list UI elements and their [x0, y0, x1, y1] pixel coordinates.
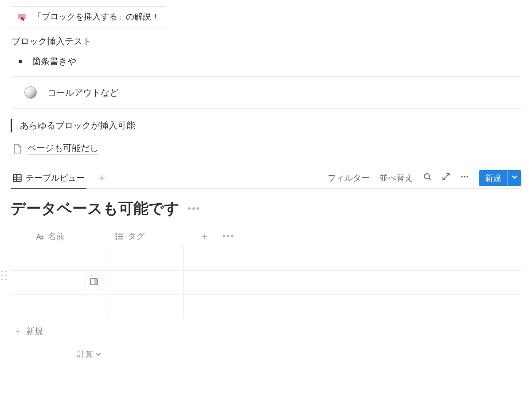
svg-point-10: [466, 176, 468, 178]
add-view-button[interactable]: +: [96, 173, 108, 183]
table-header-row: 名前 タグ + •••: [11, 227, 521, 246]
svg-point-17: [116, 238, 117, 239]
database-title-row: データベースも可能です •••: [11, 198, 521, 219]
add-column-button[interactable]: +: [201, 231, 207, 242]
callout-emoji-icon[interactable]: [24, 86, 37, 99]
filter-button[interactable]: フィルター: [328, 172, 370, 183]
page-link-block[interactable]: 「ブロックを挿入する」の解説！: [11, 6, 167, 27]
table-row[interactable]: [11, 246, 521, 271]
chevron-down-icon: [96, 350, 101, 359]
tab-table-view[interactable]: テーブルビュー: [11, 167, 86, 188]
table-icon: [12, 173, 22, 183]
svg-point-4: [424, 174, 430, 179]
cell-name[interactable]: [11, 246, 106, 270]
new-button-label: 新規: [479, 170, 507, 186]
cell-rest: [184, 246, 521, 270]
table-calc-row: 計算: [11, 343, 521, 365]
callout-text: コールアウトなど: [47, 87, 118, 99]
svg-rect-20: [94, 279, 98, 285]
open-side-peek-button[interactable]: [86, 275, 102, 290]
column-header-tag[interactable]: タグ: [106, 231, 184, 242]
cell-tag[interactable]: [106, 271, 184, 294]
cell-tag[interactable]: [106, 246, 184, 270]
quote-block[interactable]: あらゆるブロックが挿入可能: [11, 119, 521, 132]
new-button-dropdown[interactable]: [507, 170, 521, 186]
callout-block[interactable]: コールアウトなど: [11, 76, 521, 109]
expand-icon: [442, 172, 450, 183]
cell-rest: [184, 295, 521, 319]
search-icon: [423, 172, 432, 183]
svg-line-5: [429, 178, 431, 180]
subpage-text: ページも可能だし: [27, 142, 98, 155]
more-icon: [460, 172, 469, 183]
svg-point-15: [116, 236, 117, 236]
svg-point-13: [116, 233, 117, 234]
cell-tag[interactable]: [106, 295, 184, 319]
subpage-link[interactable]: ページも可能だし: [12, 142, 521, 155]
bullet-item[interactable]: 箇条書きや: [19, 55, 521, 67]
chevron-down-icon: [512, 173, 518, 182]
column-name-label: 名前: [48, 231, 65, 242]
table-row[interactable]: [11, 295, 521, 319]
calc-cell[interactable]: 計算: [11, 349, 106, 360]
page-link-text: 「ブロックを挿入する」の解説！: [33, 11, 160, 23]
drag-handle-icon[interactable]: [1, 271, 7, 281]
database-views-bar: テーブルビュー + フィルター 並べ替え 新規: [11, 167, 521, 189]
paragraph[interactable]: ブロック挿入テスト: [12, 35, 521, 47]
multiselect-property-icon: [114, 232, 124, 241]
bullet-dot-icon: [19, 60, 22, 63]
columns-more-button[interactable]: •••: [223, 231, 235, 241]
sort-button[interactable]: 並べ替え: [379, 172, 413, 183]
search-button[interactable]: [423, 172, 432, 183]
database-title-more[interactable]: •••: [188, 203, 200, 214]
cell-name[interactable]: [11, 295, 106, 319]
cell-name[interactable]: [11, 271, 106, 294]
cursor-click-icon: [16, 12, 28, 22]
svg-rect-0: [13, 174, 21, 181]
tab-label: テーブルビュー: [26, 172, 85, 184]
title-property-icon: [35, 232, 44, 241]
table-row[interactable]: [11, 271, 521, 295]
plus-icon: +: [15, 326, 21, 336]
cell-rest: [184, 271, 521, 294]
column-tag-label: タグ: [128, 231, 145, 242]
svg-point-9: [464, 176, 466, 178]
expand-button[interactable]: [442, 172, 450, 183]
database-table: 名前 タグ + •••: [11, 227, 521, 365]
more-button[interactable]: [460, 172, 469, 183]
calc-label: 計算: [77, 349, 93, 360]
add-row-label: 新規: [26, 326, 43, 337]
column-header-name[interactable]: 名前: [11, 231, 106, 242]
svg-point-8: [461, 176, 463, 178]
add-row-button[interactable]: + 新規: [11, 319, 521, 343]
database-title[interactable]: データベースも可能です: [11, 198, 180, 219]
document-icon: [12, 143, 23, 155]
side-peek-icon: [90, 278, 98, 288]
new-button[interactable]: 新規: [479, 170, 521, 186]
bullet-text: 箇条書きや: [32, 55, 76, 67]
